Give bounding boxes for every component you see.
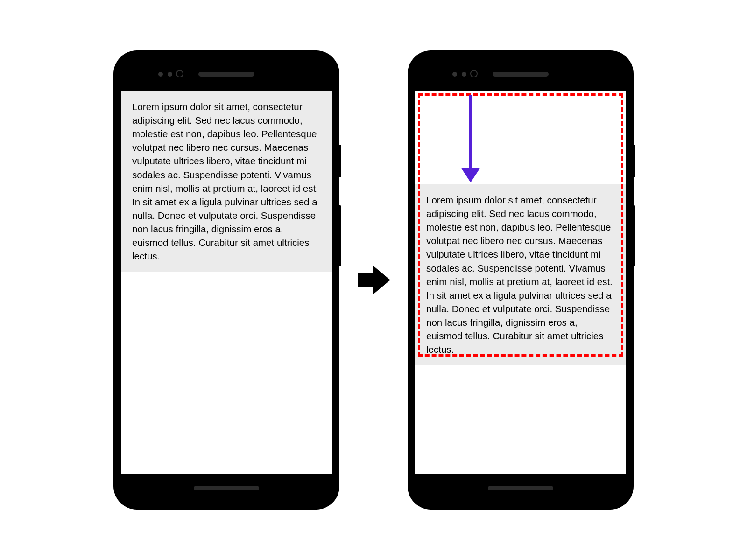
- phone-screen-before: Lorem ipsum dolor sit amet, consectetur …: [121, 91, 332, 474]
- camera-ring-icon: [176, 70, 183, 77]
- phone-bottom-bar: [415, 474, 626, 502]
- phone-side-button: [633, 205, 635, 266]
- phone-after: Lorem ipsum dolor sit amet, consectetur …: [409, 51, 633, 509]
- camera-dot-icon: [158, 72, 163, 77]
- phone-inner: Lorem ipsum dolor sit amet, consectetur …: [121, 58, 332, 502]
- phone-bottom-bar: [121, 474, 332, 502]
- phone-top-bar: [121, 58, 332, 91]
- phone-screen-after: Lorem ipsum dolor sit amet, consectetur …: [415, 91, 626, 474]
- phone-before: Lorem ipsum dolor sit amet, consectetur …: [114, 51, 338, 509]
- bottom-speaker-icon: [488, 486, 553, 490]
- diagram-container: Lorem ipsum dolor sit amet, consectetur …: [114, 51, 633, 509]
- phone-side-button: [338, 205, 341, 266]
- camera-ring-icon: [470, 70, 478, 77]
- sensor-dot-icon: [168, 72, 172, 77]
- content-text-block: Lorem ipsum dolor sit amet, consectetur …: [415, 184, 626, 365]
- camera-dot-icon: [452, 72, 457, 77]
- sensor-dot-icon: [462, 72, 466, 77]
- speaker-icon: [493, 72, 549, 77]
- speaker-icon: [198, 72, 254, 77]
- phone-inner: Lorem ipsum dolor sit amet, consectetur …: [415, 58, 626, 502]
- bottom-speaker-icon: [194, 486, 259, 490]
- phone-top-bar: [415, 58, 626, 91]
- scroll-down-arrow-icon: [461, 95, 479, 184]
- transition-arrow-icon: [357, 264, 390, 296]
- phone-side-button: [338, 145, 341, 177]
- phone-side-button: [633, 145, 635, 177]
- content-text-block: Lorem ipsum dolor sit amet, consectetur …: [121, 91, 332, 272]
